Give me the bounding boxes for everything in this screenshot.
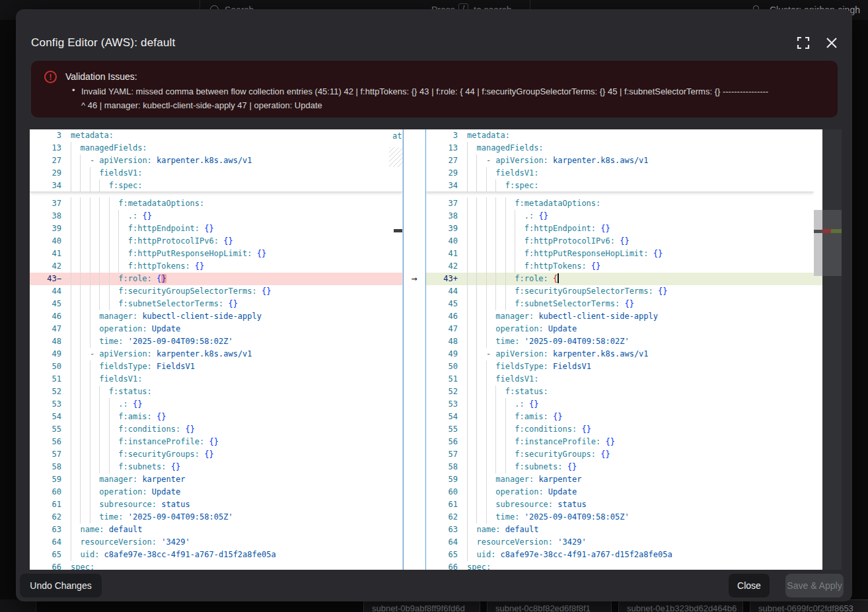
diff-line[interactable]: 55 f:conditions: {} xyxy=(426,423,814,436)
diff-line[interactable]: 63 name: default xyxy=(426,524,814,536)
diff-line[interactable]: 47 operation: Update xyxy=(30,323,402,335)
diff-line[interactable]: 64 resourceVersion: '3429' xyxy=(30,536,402,549)
code-text[interactable]: manager: kubectl-client-side-apply xyxy=(71,310,402,323)
diff-line[interactable]: 62 time: '2025-09-04T09:58:05Z' xyxy=(30,511,402,524)
code-text[interactable]: fieldsV1: xyxy=(467,373,814,386)
scrollbar-slider[interactable] xyxy=(822,210,842,276)
code-text[interactable]: f:securityGroups: {} xyxy=(467,448,814,461)
diff-line[interactable]: 57 f:securityGroups: {} xyxy=(426,448,814,461)
code-text[interactable]: operation: Update xyxy=(467,486,814,498)
sticky-line[interactable]: 27 - apiVersion: karpenter.k8s.aws/v1 xyxy=(426,154,814,167)
diff-line[interactable]: 52 f:status: xyxy=(426,386,814,398)
sticky-scroll[interactable]: 3metadata:13 managedFields:27 - apiVersi… xyxy=(30,129,402,192)
sticky-line[interactable]: 3metadata: xyxy=(30,129,402,142)
diff-pane-modified[interactable]: 3metadata:13 managedFields:27 - apiVersi… xyxy=(426,129,814,570)
diff-line[interactable]: 39 f:httpEndpoint: {} xyxy=(30,222,402,235)
code-text[interactable]: - apiVersion: karpenter.k8s.aws/v1 xyxy=(467,154,814,167)
undo-changes-button[interactable]: Undo Changes xyxy=(20,574,102,597)
diff-line[interactable]: 40 f:httpProtocolIPv6: {} xyxy=(426,235,814,248)
code-text[interactable]: managedFields: xyxy=(71,142,402,154)
code-text[interactable]: - apiVersion: karpenter.k8s.aws/v1 xyxy=(71,154,402,167)
diff-line[interactable]: 66spec: xyxy=(30,561,402,570)
diff-line[interactable]: 62 time: '2025-09-04T09:58:05Z' xyxy=(426,511,814,524)
code-text[interactable]: uid: c8afe97e-38cc-4f91-a767-d15f2a8fe05… xyxy=(467,549,814,561)
diff-line[interactable]: 65 uid: c8afe97e-38cc-4f91-a767-d15f2a8f… xyxy=(30,549,402,561)
code-text[interactable]: f:subnets: {} xyxy=(467,461,814,473)
diff-line[interactable]: 45 f:subnetSelectorTerms: {} xyxy=(30,298,402,310)
diff-line[interactable]: 43+ f:role: { xyxy=(426,273,814,285)
code-text[interactable]: f:status: xyxy=(467,386,814,398)
code-text[interactable]: f:status: xyxy=(71,386,402,398)
code-text[interactable]: f:httpPutResponseHopLimit: {} xyxy=(467,248,814,260)
diff-line[interactable]: 38 .: {} xyxy=(426,210,814,222)
code-text[interactable]: f:amis: {} xyxy=(71,411,402,423)
diff-line[interactable]: 37 f:metadataOptions: xyxy=(30,197,402,210)
diff-editor[interactable]: at 3metadata:13 managedFields:27 - apiVe… xyxy=(30,129,842,570)
code-text[interactable]: manager: karpenter xyxy=(71,473,402,486)
diff-line[interactable]: 59 manager: karpenter xyxy=(30,473,402,486)
diff-line[interactable]: 45 f:subnetSelectorTerms: {} xyxy=(426,298,814,310)
code-text[interactable]: manager: karpenter xyxy=(467,473,814,486)
code-text[interactable]: f:httpEndpoint: {} xyxy=(71,222,402,235)
diff-line[interactable]: 49 - apiVersion: karpenter.k8s.aws/v1 xyxy=(426,348,814,360)
diff-line[interactable]: 54 f:amis: {} xyxy=(426,411,814,423)
code-text[interactable]: operation: Update xyxy=(71,486,402,498)
code-text[interactable]: f:httpTokens: {} xyxy=(467,260,814,273)
sticky-line[interactable]: 13 managedFields: xyxy=(426,142,814,154)
diff-line[interactable]: 41 f:httpPutResponseHopLimit: {} xyxy=(426,248,814,260)
code-text[interactable]: fieldsV1: xyxy=(71,167,402,180)
diff-line[interactable]: 46 manager: kubectl-client-side-apply xyxy=(426,310,814,323)
diff-line[interactable]: 48 time: '2025-09-04T09:58:02Z' xyxy=(426,335,814,348)
code-text[interactable]: f:httpEndpoint: {} xyxy=(467,222,814,235)
sticky-scroll[interactable]: 3metadata:13 managedFields:27 - apiVersi… xyxy=(426,129,814,192)
code-text[interactable]: f:spec: xyxy=(467,180,814,192)
code-text[interactable]: f:securityGroupSelectorTerms: {} xyxy=(467,285,814,298)
code-text[interactable]: time: '2025-09-04T09:58:02Z' xyxy=(467,335,814,348)
code-text[interactable]: f:securityGroupSelectorTerms: {} xyxy=(71,285,402,298)
diff-line[interactable]: 54 f:amis: {} xyxy=(30,411,402,423)
code-text[interactable]: time: '2025-09-04T09:58:02Z' xyxy=(71,335,402,348)
code-text[interactable]: - apiVersion: karpenter.k8s.aws/v1 xyxy=(71,348,402,360)
close-button[interactable]: Close xyxy=(729,574,770,597)
diff-line[interactable]: 44 f:securityGroupSelectorTerms: {} xyxy=(30,285,402,298)
code-text[interactable]: name: default xyxy=(71,524,402,536)
diff-line[interactable]: 61 subresource: status xyxy=(30,498,402,511)
code-text[interactable]: fieldsV1: xyxy=(467,167,814,180)
code-text[interactable]: f:subnetSelectorTerms: {} xyxy=(467,298,814,310)
code-text[interactable]: f:securityGroups: {} xyxy=(71,448,402,461)
diff-line[interactable]: 66spec: xyxy=(426,561,814,570)
code-text[interactable]: f:conditions: {} xyxy=(71,423,402,436)
diff-line[interactable]: 41 f:httpPutResponseHopLimit: {} xyxy=(30,248,402,260)
editor-scrollbar[interactable] xyxy=(814,129,822,570)
code-text[interactable]: spec: xyxy=(71,561,402,570)
code-text[interactable]: name: default xyxy=(467,524,814,536)
diff-line[interactable]: 53 .: {} xyxy=(426,398,814,411)
diff-line[interactable]: 52 f:status: xyxy=(30,386,402,398)
code-text[interactable]: f:instanceProfile: {} xyxy=(71,436,402,448)
code-text[interactable]: f:metadataOptions: xyxy=(467,197,814,210)
code-text[interactable]: managedFields: xyxy=(467,142,814,154)
code-text[interactable]: resourceVersion: '3429' xyxy=(71,536,402,549)
diff-line[interactable]: 60 operation: Update xyxy=(426,486,814,498)
close-icon[interactable] xyxy=(824,36,839,50)
diff-line[interactable]: 64 resourceVersion: '3429' xyxy=(426,536,814,549)
code-text[interactable]: .: {} xyxy=(71,398,402,411)
diff-line[interactable]: 44 f:securityGroupSelectorTerms: {} xyxy=(426,285,814,298)
diff-overview-ruler[interactable] xyxy=(822,129,842,570)
diff-line[interactable]: 48 time: '2025-09-04T09:58:02Z' xyxy=(30,335,402,348)
diff-line[interactable]: 38 .: {} xyxy=(30,210,402,222)
scrollbar-slider[interactable] xyxy=(814,210,822,276)
diff-line[interactable]: 43− f:role: {} xyxy=(30,273,402,285)
code-rows[interactable]: 37 f:metadataOptions:38 .: {}39 f:httpEn… xyxy=(426,197,814,570)
diff-line[interactable]: 39 f:httpEndpoint: {} xyxy=(426,222,814,235)
diff-line[interactable]: 42 f:httpTokens: {} xyxy=(30,260,402,273)
diff-line[interactable]: 50 fieldsType: FieldsV1 xyxy=(426,360,814,373)
diff-line[interactable]: 56 f:instanceProfile: {} xyxy=(30,436,402,448)
code-text[interactable]: f:httpProtocolIPv6: {} xyxy=(467,235,814,248)
diff-line[interactable]: 42 f:httpTokens: {} xyxy=(426,260,814,273)
code-text[interactable]: metadata: xyxy=(467,129,814,142)
code-text[interactable]: metadata: xyxy=(71,129,402,142)
code-text[interactable]: f:instanceProfile: {} xyxy=(467,436,814,448)
diff-line[interactable]: 51 fieldsV1: xyxy=(30,373,402,386)
diff-line[interactable]: 37 f:metadataOptions: xyxy=(426,197,814,210)
